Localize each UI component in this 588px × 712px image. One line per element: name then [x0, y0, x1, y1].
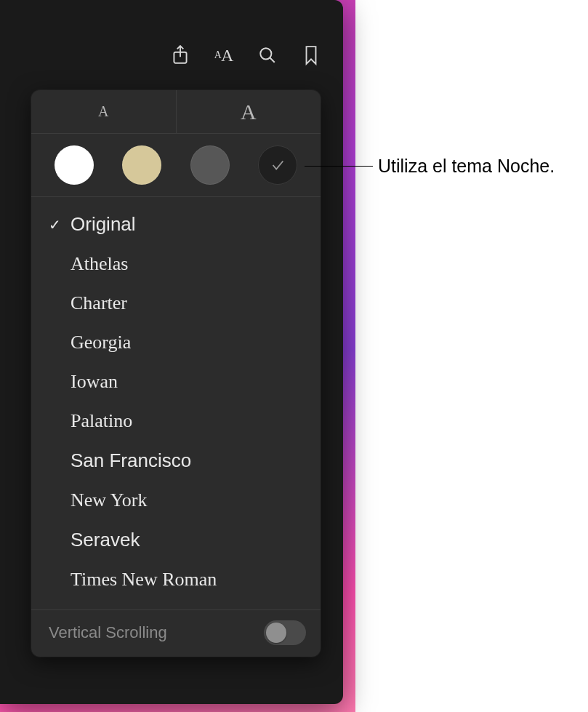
font-option-athelas[interactable]: Athelas [31, 244, 321, 284]
decrease-font-size-button[interactable]: A [31, 90, 176, 133]
font-option-iowan[interactable]: Iowan [31, 362, 321, 401]
toolbar: AA [0, 44, 343, 67]
large-a-glyph: A [241, 100, 257, 124]
appearance-popover: A A ✓OriginalAthelasCharterGeorgiaIowanP… [31, 90, 321, 657]
theme-row [31, 134, 321, 197]
theme-night[interactable] [258, 145, 297, 185]
books-app-window: AA A A [0, 0, 343, 704]
share-icon[interactable] [169, 44, 192, 67]
font-option-label: San Francisco [71, 449, 306, 472]
font-option-san-francisco[interactable]: San Francisco [31, 441, 321, 481]
font-option-label: Original [71, 213, 306, 236]
font-option-label: Times New Roman [71, 569, 306, 591]
font-option-label: Charter [71, 292, 306, 314]
font-list: ✓OriginalAthelasCharterGeorgiaIowanPalat… [31, 197, 321, 609]
font-option-label: Athelas [71, 253, 306, 275]
checkmark-icon: ✓ [49, 216, 66, 233]
vertical-scrolling-row: Vertical Scrolling [31, 609, 321, 657]
svg-point-1 [260, 48, 271, 59]
font-option-times-new-roman[interactable]: Times New Roman [31, 560, 321, 599]
toggle-knob [266, 623, 286, 643]
font-option-label: Georgia [71, 332, 306, 353]
font-option-seravek[interactable]: Seravek [31, 520, 321, 560]
bookmark-icon[interactable] [299, 44, 323, 67]
font-option-label: Seravek [71, 529, 306, 551]
font-option-georgia[interactable]: Georgia [31, 323, 321, 362]
small-a-glyph: A [98, 103, 108, 120]
callout-text: Utiliza el tema Noche. [378, 156, 555, 177]
theme-white[interactable] [55, 145, 94, 185]
font-option-original[interactable]: ✓Original [31, 204, 321, 244]
text-appearance-icon[interactable]: AA [212, 44, 235, 67]
search-icon[interactable] [256, 44, 279, 67]
vertical-scrolling-toggle[interactable] [264, 620, 306, 645]
font-option-new-york[interactable]: New York [31, 481, 321, 520]
callout-leader-line [305, 166, 373, 167]
font-size-row: A A [31, 90, 321, 134]
font-option-label: New York [71, 489, 306, 511]
font-option-charter[interactable]: Charter [31, 284, 321, 323]
font-option-palatino[interactable]: Palatino [31, 401, 321, 441]
theme-gray[interactable] [190, 145, 230, 185]
vertical-scrolling-label: Vertical Scrolling [49, 623, 167, 642]
font-option-label: Iowan [71, 371, 306, 393]
font-option-label: Palatino [71, 410, 306, 432]
increase-font-size-button[interactable]: A [176, 90, 321, 133]
theme-sepia[interactable] [122, 145, 161, 185]
